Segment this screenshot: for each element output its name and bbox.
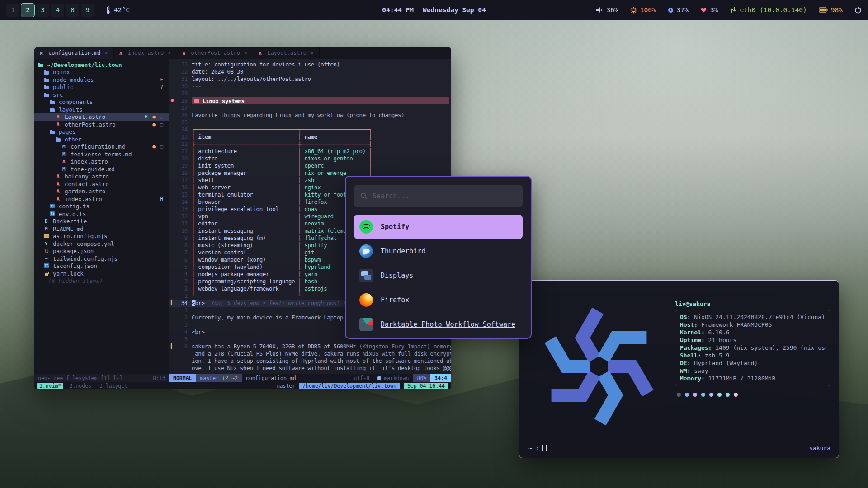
sign-column — [169, 155, 175, 162]
tree-item-astro-config-mjs[interactable]: astro.config.mjs — [34, 233, 169, 240]
tree-item-env-d-ts[interactable]: env.d.ts — [34, 210, 169, 218]
launcher-item-label: Displays — [381, 272, 413, 280]
tree-item-configuration-md[interactable]: configuration.md● □ — [34, 143, 169, 151]
tree-item-node-modules[interactable]: node_modulesE — [34, 76, 169, 84]
buffer-line: and a 2TB (Crucial P5 Plus) NVMe drive. … — [169, 350, 451, 357]
tree-item-label: ~/Development/liv.town — [47, 61, 122, 68]
tree-item-label: index.astro — [71, 158, 108, 165]
fetch-fields: OS: NixOS 24.11.20240828.71e91c4 (Vicuna… — [675, 310, 830, 386]
tree-item-docker-compose-yml[interactable]: docker-compose.yml — [34, 240, 169, 248]
line-number: 26 — [175, 112, 192, 119]
launcher-item-displays[interactable]: Displays — [354, 263, 523, 288]
git-diff-modified: ~2 — [231, 375, 238, 381]
tree-item-public[interactable]: public? — [34, 84, 169, 91]
fetch-field-value: Framework FRANMDCP05 — [698, 321, 772, 328]
tmux-window[interactable]: 3:lazygit — [97, 383, 130, 389]
tree-item-garden-astro[interactable]: garden.astro — [34, 188, 169, 196]
tab-close-icon[interactable]: × — [168, 50, 171, 56]
sign-column — [169, 271, 175, 278]
shell-prompt[interactable]: ~ › — [528, 445, 547, 451]
tmux-window[interactable]: 2:nodes — [67, 383, 93, 389]
tree-item-tone-guide-md[interactable]: tone-guide.md — [34, 165, 169, 173]
tree-item-layouts[interactable]: layouts — [34, 106, 169, 113]
tree-item-index-astro[interactable]: index.astro — [34, 158, 169, 166]
editor-tab[interactable]: configuration.md× — [34, 47, 114, 59]
launcher-search-field[interactable]: Search... — [354, 185, 523, 207]
tab-close-icon[interactable]: × — [311, 50, 314, 56]
tree-item-otherpost-astro[interactable]: otherPost.astro● □ — [34, 121, 169, 128]
tree-item-package-json[interactable]: package.json — [34, 248, 169, 255]
tree-item-readme-md[interactable]: README.md — [34, 225, 169, 233]
power-icon — [854, 6, 862, 14]
tree-item-index-astro[interactable]: index.astroH — [34, 195, 169, 203]
workspace-3[interactable]: 3 — [36, 4, 49, 17]
fetch-field-label: DE: — [680, 360, 690, 366]
editor-tab[interactable]: index.astro× — [114, 47, 177, 59]
tab-close-icon[interactable]: × — [105, 50, 108, 56]
sign-column — [169, 242, 175, 249]
line-content: │ package manager │ nix or emerge │ — [192, 169, 372, 177]
line-number: 25 — [175, 119, 192, 126]
cpu-module[interactable]: 3% — [700, 6, 718, 14]
sign-column — [169, 191, 175, 198]
tree-item-fediverse-terms-md[interactable]: fediverse-terms.md — [34, 150, 169, 158]
volume-module[interactable]: 36% — [596, 6, 618, 14]
tree-item-label: nginx — [53, 69, 70, 75]
astro-file-icon — [56, 181, 62, 187]
tree-item--6-hidden-items-[interactable]: (6 hidden items) — [34, 277, 169, 285]
tree-item-label: src — [53, 91, 63, 98]
tree-item-balcony-astro[interactable]: balcony.astro — [34, 173, 169, 181]
fetch-field-label: Memory: — [680, 375, 705, 382]
launcher-item-spotify[interactable]: Spotify — [354, 215, 523, 239]
brightness-module[interactable]: 100% — [630, 6, 656, 14]
line-content: Currently, my main device is a Framework… — [192, 314, 349, 321]
workspace-4[interactable]: 4 — [51, 4, 64, 17]
tree-item-tailwind-config-mjs[interactable]: tailwind.config.mjs — [34, 255, 169, 263]
sign-column — [169, 213, 175, 220]
memory-module[interactable]: 37% — [668, 6, 689, 14]
cpu-level: 3% — [710, 6, 718, 14]
network-module[interactable]: eth0 (10.0.0.140) — [730, 6, 807, 14]
fetch-field-label: Packages: — [680, 344, 712, 351]
buffer-line: 30--- — [169, 83, 451, 90]
tree-item-src[interactable]: src — [34, 91, 169, 99]
tree-item-label: tsconfig.json — [53, 263, 97, 269]
line-number: 14 — [175, 198, 192, 206]
tree-item-label: tone-guide.md — [71, 166, 115, 173]
workspace-2[interactable]: 2 — [21, 4, 34, 17]
launcher-item-firefox[interactable]: Firefox — [354, 288, 523, 312]
editor-tab[interactable]: Layout.astro× — [253, 47, 320, 59]
line-content: and a 2TB (Crucial P5 Plus) NVMe drive. … — [192, 350, 451, 357]
battery-module[interactable]: 98% — [819, 6, 843, 14]
editor-statusline: neo-tree filesystem [1] [-] 8:13 NORMAL … — [34, 374, 451, 382]
tmux-window[interactable]: 1:nvim* — [37, 383, 63, 389]
tree-item-layout-astro[interactable]: Layout.astroH ● □ — [34, 113, 169, 121]
workspace-9[interactable]: 9 — [81, 4, 94, 17]
tree-item-dockerfile[interactable]: Dockerfile — [34, 218, 169, 225]
power-module[interactable] — [854, 6, 862, 14]
fetch-field-uptime: Uptime: 21 hours — [680, 337, 826, 344]
tree-item-nginx[interactable]: nginx — [34, 69, 169, 76]
editor-tab[interactable]: otherPost.astro× — [177, 47, 254, 59]
fetch-field-label: Shell: — [680, 352, 701, 359]
tree-item-pages[interactable]: pages — [34, 128, 169, 136]
tree-item-label: Layout.astro — [65, 113, 105, 120]
launcher-item-darktable[interactable]: Darktable Photo Workflow Software — [354, 312, 523, 337]
line-content: <br>You, 5 days ago • feat: write rough … — [192, 300, 349, 307]
tab-close-icon[interactable]: × — [244, 50, 247, 56]
buffer-line: 26Favorite things regarding Linux and my… — [169, 112, 451, 119]
sign-column — [169, 126, 175, 133]
workspace-8[interactable]: 8 — [66, 4, 79, 17]
tree-item-yarn-lock[interactable]: yarn.lock — [34, 270, 169, 277]
workspace-1[interactable]: 1 — [6, 4, 19, 17]
sign-column — [169, 141, 175, 148]
tree-item--development-liv-town[interactable]: ~/Development/liv.town — [34, 61, 169, 69]
tree-item-tsconfig-json[interactable]: tsconfig.json — [34, 263, 169, 270]
tree-item-config-ts[interactable]: config.ts — [34, 203, 169, 211]
tree-item-contact-astro[interactable]: contact.astro — [34, 180, 169, 188]
tree-item-components[interactable]: components — [34, 99, 169, 106]
launcher-item-thunderbird[interactable]: Thunderbird — [354, 239, 523, 263]
tree-item-other[interactable]: other — [34, 136, 169, 143]
file-tree[interactable]: ~/Development/liv.townnginxnode_modulesE… — [34, 59, 169, 374]
line-number: 1 — [175, 292, 192, 300]
